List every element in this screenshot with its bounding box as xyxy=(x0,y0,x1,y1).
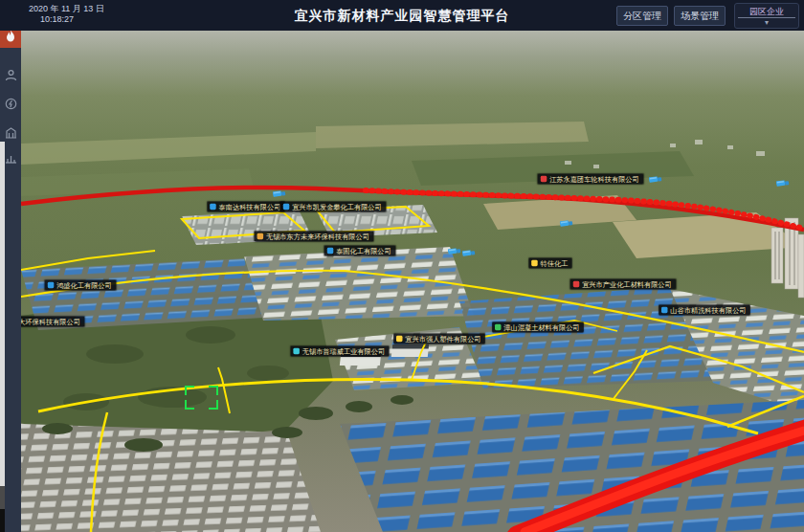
company-name: 无锡市普瑞威工业有限公司 xyxy=(302,347,385,355)
company-name: 泰固化工有限公司 xyxy=(336,247,391,255)
zone-manage-button[interactable]: 分区管理 xyxy=(616,6,668,26)
scene-manage-button[interactable]: 场景管理 xyxy=(674,6,726,26)
company-label[interactable]: 特佳化工 xyxy=(528,258,571,269)
company-marker-icon xyxy=(661,307,667,313)
smart-park-platform: 2020 年 11 月 13 日 10:18:27 宜兴市新材料产业园智慧管理平… xyxy=(0,0,804,532)
company-name: 宜兴市凯发金攀化工有限公司 xyxy=(292,203,382,211)
chevron-down-icon: ▾ xyxy=(765,18,769,27)
power-icon[interactable] xyxy=(0,92,21,115)
factory-icon[interactable] xyxy=(0,121,21,144)
company-marker-icon xyxy=(495,324,501,330)
company-name: 宜兴市强人塑件有限公司 xyxy=(405,335,480,343)
company-marker-icon xyxy=(396,336,402,342)
satellite-terrain xyxy=(21,31,804,532)
company-label[interactable]: 鸿盛化工有限公司 xyxy=(45,280,116,291)
company-name: 鸿盛化工有限公司 xyxy=(56,281,112,289)
company-label[interactable]: 潭山混凝土材料有限公司 xyxy=(492,322,584,333)
truck-icon[interactable] xyxy=(461,243,477,262)
company-marker-icon xyxy=(283,204,289,210)
map-3d-view[interactable]: 泰南达科技有限公司 宜兴市凯发金攀化工有限公司 无锡市东方未来环保科技有限公司 … xyxy=(21,31,804,532)
company-name: 山谷市精洗科技有限公司 xyxy=(670,306,746,314)
company-label[interactable]: 山谷市精洗科技有限公司 xyxy=(659,305,750,316)
company-name: 宜兴市产业化工材料有限公司 xyxy=(582,280,672,288)
company-name: 特佳化工 xyxy=(541,259,569,267)
company-marker-icon xyxy=(210,204,215,210)
truck-icon[interactable] xyxy=(559,213,574,233)
datetime: 2020 年 11 月 13 日 10:18:27 xyxy=(29,4,104,25)
page-title: 宜兴市新材料产业园智慧管理平台 xyxy=(295,8,510,25)
truck-icon[interactable] xyxy=(272,184,287,203)
top-bar: 2020 年 11 月 13 日 10:18:27 宜兴市新材料产业园智慧管理平… xyxy=(0,0,804,31)
company-label[interactable]: 远大环保科技有限公司 xyxy=(21,317,84,327)
company-label[interactable]: 无锡市东方未来环保科技有限公司 xyxy=(255,232,374,242)
truck-icon[interactable] xyxy=(775,173,791,192)
time-label: 10:18:27 xyxy=(40,14,104,25)
company-label[interactable]: 宜兴市产业化工材料有限公司 xyxy=(570,279,676,290)
company-label[interactable]: 无锡市普瑞威工业有限公司 xyxy=(291,346,390,357)
date-label: 2020 年 11 月 13 日 xyxy=(29,4,104,14)
company-marker-icon xyxy=(531,260,537,266)
person-icon[interactable] xyxy=(0,63,21,86)
company-name: 潭山混凝土材料有限公司 xyxy=(503,323,579,331)
left-scrollbar-thumb[interactable] xyxy=(0,486,5,509)
company-label[interactable]: 宜兴市强人塑件有限公司 xyxy=(393,334,485,344)
company-marker-icon xyxy=(257,233,263,239)
company-name: 无锡市东方未来环保科技有限公司 xyxy=(266,233,369,240)
company-marker-icon xyxy=(327,248,333,254)
company-marker-icon xyxy=(541,176,547,182)
company-marker-icon xyxy=(573,281,579,287)
company-label[interactable]: 江苏永嘉团车轮科技有限公司 xyxy=(538,174,643,185)
dropdown-label: 园区企业 xyxy=(735,4,798,18)
company-label[interactable]: 泰南达科技有限公司 xyxy=(207,202,284,212)
company-marker-icon xyxy=(48,282,54,288)
left-scrollbar-end xyxy=(0,509,5,532)
park-enterprise-dropdown[interactable]: 园区企业 ▾ xyxy=(734,3,799,29)
selection-box xyxy=(185,386,218,410)
company-name: 江苏永嘉团车轮科技有限公司 xyxy=(549,175,639,183)
company-label[interactable]: 泰固化工有限公司 xyxy=(324,246,395,256)
company-name: 泰南达科技有限公司 xyxy=(219,203,281,211)
company-name: 远大环保科技有限公司 xyxy=(21,318,80,325)
company-marker-icon xyxy=(293,348,299,354)
truck-icon[interactable] xyxy=(648,169,663,188)
left-scrollbar-track[interactable] xyxy=(0,142,5,486)
company-label[interactable]: 宜兴市凯发金攀化工有限公司 xyxy=(280,202,386,212)
